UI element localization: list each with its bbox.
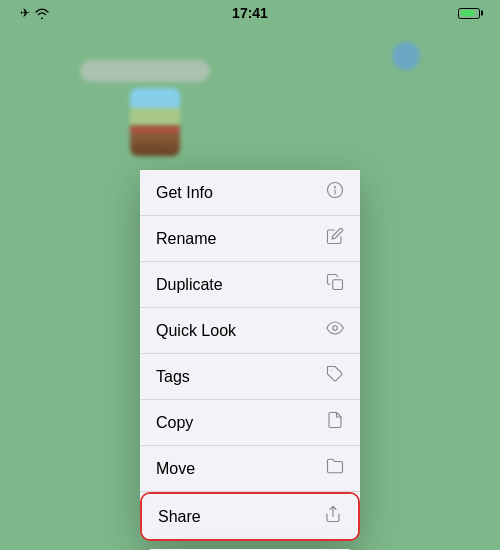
menu-item-move[interactable]: Move [140,446,360,492]
menu-item-copy-label: Copy [156,414,193,432]
bg-chat-bubble [80,60,210,82]
battery-icon [458,8,480,19]
tag-icon [326,365,344,388]
menu-item-quick-look[interactable]: Quick Look [140,308,360,354]
menu-item-tags-label: Tags [156,368,190,386]
status-right [458,8,480,19]
menu-item-quick-look-label: Quick Look [156,322,236,340]
menu-item-rename-label: Rename [156,230,216,248]
copy-icon [326,411,344,434]
status-bar: ✈ 17:41 [0,0,500,24]
info-icon [326,181,344,204]
menu-item-duplicate-label: Duplicate [156,276,223,294]
share-item-wrapper: Share [140,492,360,541]
menu-item-duplicate[interactable]: Duplicate [140,262,360,308]
eye-icon [326,319,344,342]
bg-dot [392,42,420,70]
context-menu: Get Info Rename Duplicate [140,170,360,550]
bg-image [130,88,180,156]
share-icon [324,505,342,528]
status-time: 17:41 [232,5,268,21]
menu-item-share-label: Share [158,508,201,526]
svg-point-4 [333,326,338,331]
duplicate-icon [326,273,344,296]
menu-item-copy[interactable]: Copy [140,400,360,446]
svg-rect-3 [333,280,343,290]
menu-item-get-info[interactable]: Get Info [140,170,360,216]
menu-item-get-info-label: Get Info [156,184,213,202]
main-menu: Get Info Rename Duplicate [140,170,360,541]
menu-item-rename[interactable]: Rename [140,216,360,262]
folder-icon [326,457,344,480]
menu-item-move-label: Move [156,460,195,478]
menu-item-share[interactable]: Share [142,494,358,539]
wifi-icon [34,7,50,19]
menu-item-tags[interactable]: Tags [140,354,360,400]
pencil-icon [326,227,344,250]
status-left: ✈ [20,6,50,20]
airplane-icon: ✈ [20,6,30,20]
